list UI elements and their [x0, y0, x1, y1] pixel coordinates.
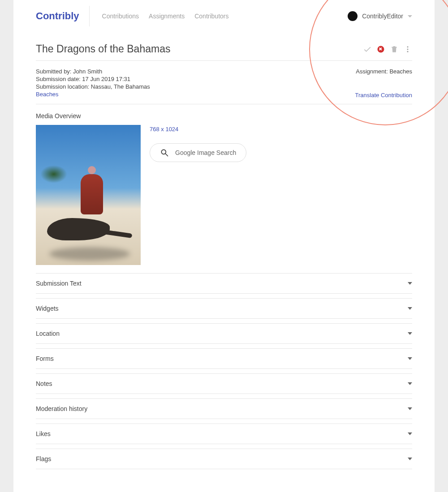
- chevron-down-icon: [408, 458, 412, 460]
- delete-button[interactable]: [390, 45, 399, 54]
- submission-meta: Submitted by: John Smith Submission date…: [36, 61, 412, 104]
- top-nav: Contribly Contributions Assignments Cont…: [36, 0, 412, 32]
- chevron-down-icon: [408, 307, 412, 310]
- acc-header-location[interactable]: Location: [36, 324, 412, 343]
- svg-point-4: [161, 150, 166, 154]
- acc-forms: Forms: [36, 348, 412, 369]
- submission-date-label: Submission date:: [36, 76, 82, 82]
- acc-label: Likes: [36, 430, 51, 437]
- assignment-label: Assignment:: [356, 68, 389, 75]
- chevron-down-icon: [408, 332, 412, 335]
- acc-likes: Likes: [36, 424, 412, 444]
- reject-circle-icon: [377, 45, 385, 53]
- approve-button[interactable]: [363, 45, 372, 54]
- media-dimensions: 768 x 1024: [150, 126, 246, 133]
- more-menu-button[interactable]: [403, 45, 412, 54]
- divider: [36, 104, 412, 104]
- acc-location: Location: [36, 323, 412, 344]
- search-icon: [160, 148, 169, 157]
- chevron-down-icon: [408, 15, 412, 17]
- accordion-list: Submission Text Widgets Location Forms: [36, 273, 412, 469]
- more-vert-icon: [404, 45, 412, 53]
- acc-flags: Flags: [36, 449, 412, 469]
- acc-notes: Notes: [36, 373, 412, 394]
- media-side: 768 x 1024 Google Image Search: [150, 125, 246, 162]
- check-icon: [363, 45, 372, 54]
- chevron-down-icon: [408, 357, 412, 360]
- chevron-down-icon: [408, 382, 412, 385]
- title-actions: [363, 45, 412, 54]
- acc-header-notes[interactable]: Notes: [36, 374, 412, 394]
- acc-header-forms[interactable]: Forms: [36, 349, 412, 368]
- acc-submission-text: Submission Text: [36, 273, 412, 294]
- user-name: ContriblyEditor: [362, 13, 403, 20]
- acc-header-submission-text[interactable]: Submission Text: [36, 274, 412, 293]
- submission-location-value: Nassau, The Bahamas: [91, 83, 150, 90]
- svg-point-1: [407, 46, 409, 47]
- page-container: Contribly Contributions Assignments Cont…: [13, 0, 435, 492]
- media-overview-heading: Media Overview: [36, 112, 412, 120]
- trash-icon: [390, 45, 398, 53]
- media-thumbnail[interactable]: [36, 125, 141, 265]
- acc-label: Notes: [36, 380, 52, 387]
- svg-point-2: [407, 48, 409, 50]
- acc-moderation-history: Moderation history: [36, 398, 412, 419]
- page-title: The Dragons of the Bahamas: [36, 43, 170, 55]
- chevron-down-icon: [408, 432, 412, 435]
- svg-point-3: [407, 51, 409, 52]
- acc-label: Flags: [36, 455, 51, 462]
- nav-contributions[interactable]: Contributions: [102, 13, 139, 20]
- google-image-search-label: Google Image Search: [175, 149, 236, 156]
- submission-location: Submission location: Nassau, The Bahamas: [36, 83, 150, 90]
- submission-date: Submission date: 17 Jun 2019 17:31: [36, 76, 150, 82]
- nav-contributors[interactable]: Contributors: [194, 13, 228, 20]
- chevron-down-icon: [408, 282, 412, 285]
- translate-contribution-link[interactable]: Translate Contribution: [355, 92, 412, 98]
- acc-header-widgets[interactable]: Widgets: [36, 299, 412, 318]
- submitted-by-value: John Smith: [73, 68, 102, 75]
- avatar: [348, 11, 358, 21]
- acc-header-likes[interactable]: Likes: [36, 424, 412, 444]
- acc-label: Submission Text: [36, 280, 82, 287]
- assignment-value: Beaches: [389, 68, 412, 75]
- reject-button[interactable]: [376, 45, 385, 54]
- acc-label: Forms: [36, 355, 54, 362]
- media-row: 768 x 1024 Google Image Search: [36, 125, 412, 265]
- acc-label: Moderation history: [36, 405, 87, 412]
- acc-label: Location: [36, 330, 60, 337]
- nav-assignments[interactable]: Assignments: [149, 13, 185, 20]
- nav-links: Contributions Assignments Contributors: [102, 13, 229, 20]
- meta-left: Submitted by: John Smith Submission date…: [36, 67, 150, 99]
- submitted-by: Submitted by: John Smith: [36, 68, 150, 75]
- acc-header-moderation-history[interactable]: Moderation history: [36, 399, 412, 419]
- svg-line-5: [166, 154, 168, 156]
- brand-logo[interactable]: Contribly: [36, 6, 90, 26]
- submitted-by-label: Submitted by:: [36, 68, 73, 75]
- chevron-down-icon: [408, 407, 412, 410]
- tag-link-beaches[interactable]: Beaches: [36, 91, 59, 98]
- title-row: The Dragons of the Bahamas: [36, 32, 412, 60]
- google-image-search-button[interactable]: Google Image Search: [150, 143, 246, 162]
- user-menu[interactable]: ContriblyEditor: [348, 11, 412, 21]
- acc-header-flags[interactable]: Flags: [36, 449, 412, 469]
- assignment: Assignment: Beaches: [355, 68, 412, 75]
- submission-location-label: Submission location:: [36, 83, 91, 90]
- submission-date-value: 17 Jun 2019 17:31: [82, 76, 130, 82]
- acc-label: Widgets: [36, 305, 59, 312]
- meta-right: Assignment: Beaches Translate Contributi…: [355, 67, 412, 99]
- acc-widgets: Widgets: [36, 298, 412, 319]
